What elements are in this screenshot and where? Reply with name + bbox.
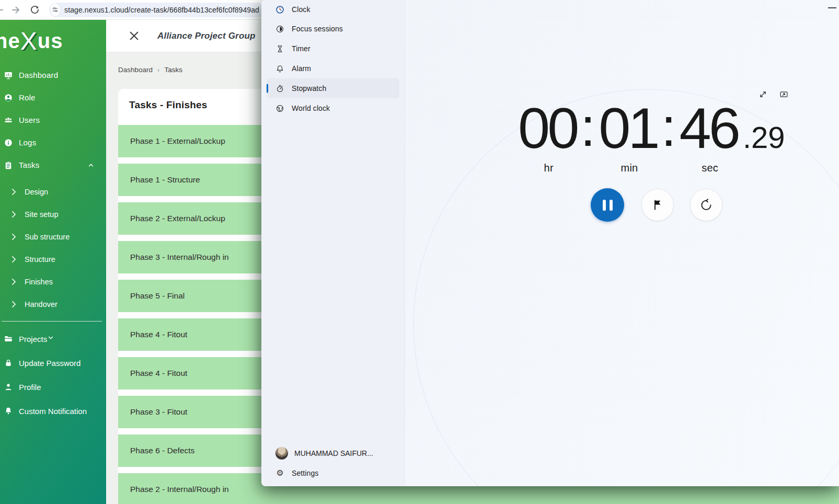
clock-nav-world-clock[interactable]: World clock [267, 98, 399, 118]
dashboard-icon [4, 71, 13, 80]
chevron-right-icon [12, 256, 16, 263]
keep-on-top-icon[interactable] [779, 90, 788, 99]
bell-icon [4, 406, 13, 416]
clock-user-account[interactable]: MUHAMMAD SAIFUR... [267, 443, 399, 463]
chevron-up-icon [87, 162, 95, 169]
breadcrumb-dashboard[interactable]: Dashboard [118, 66, 153, 74]
role-icon [4, 93, 13, 102]
sidebar-item-logs[interactable]: Logs [0, 131, 106, 154]
timer-hourglass-icon [275, 44, 284, 53]
tasks-submenu: Design Site setup Sub structure Structur… [0, 180, 106, 315]
unit-label-hr: hr [518, 162, 579, 174]
sidebar-item-label: Tasks [19, 161, 39, 169]
profile-icon [4, 382, 13, 392]
alarm-bell-icon [275, 64, 284, 73]
sidebar-subitem-design[interactable]: Design [0, 180, 106, 203]
reset-icon [699, 198, 713, 212]
breadcrumb: Dashboard › Tasks [118, 65, 182, 74]
lap-flag-button[interactable] [641, 189, 674, 221]
breadcrumb-tasks[interactable]: Tasks [164, 66, 182, 74]
clock-nav-alarm[interactable]: Alarm [267, 59, 399, 78]
clock-nav-timer[interactable]: Timer [267, 39, 399, 59]
url-bar[interactable]: stage.nexus1.cloud/create-task/668fb44b1… [49, 3, 265, 17]
flag-icon [651, 198, 664, 212]
world-clock-icon [275, 104, 284, 113]
breadcrumb-separator: › [157, 66, 159, 74]
minimize-button[interactable] [828, 7, 836, 8]
lock-icon [4, 358, 13, 368]
stopwatch-time: 00 : 01 : 46 .29 hr min sec [518, 99, 785, 174]
time-separator: : [579, 100, 599, 154]
nexus-logo[interactable]: neXus [0, 20, 106, 64]
stopwatch-hours: 00 [518, 99, 579, 157]
pause-button[interactable] [591, 188, 624, 222]
logo-x-mark: X [20, 27, 38, 55]
chevron-right-icon [12, 301, 16, 308]
sidebar-subitem-finishes[interactable]: Finishes [0, 270, 106, 293]
sidebar-item-label: Dashboard [19, 71, 58, 79]
clock-nav-stopwatch[interactable]: Stopwatch [267, 78, 399, 98]
tasks-icon [4, 161, 13, 170]
sidebar-item-label: Logs [19, 138, 36, 147]
clock-nav-focus-sessions[interactable]: Focus sessions [267, 19, 399, 39]
pause-icon [603, 200, 613, 211]
sidebar-item-custom-notification[interactable]: Custom Notification [0, 399, 106, 423]
sidebar-item-label: Role [19, 93, 36, 102]
clock-nav-settings[interactable]: ⚙ Settings [267, 463, 399, 483]
sidebar-subitem-site-setup[interactable]: Site setup [0, 203, 106, 225]
projects-icon [4, 334, 13, 343]
stopwatch-icon [275, 84, 284, 93]
gear-icon: ⚙ [275, 469, 284, 478]
focus-sessions-icon [275, 25, 284, 33]
reload-icon[interactable] [27, 3, 42, 17]
sidebar-subitem-handover[interactable]: Handover [0, 293, 106, 315]
stopwatch-fraction: .29 [741, 122, 785, 153]
stopwatch-seconds: 46 [680, 99, 741, 157]
chevron-right-icon [12, 211, 16, 218]
sidebar-subitem-sub-structure[interactable]: Sub structure [0, 225, 106, 248]
user-name: MUHAMMAD SAIFUR... [294, 449, 373, 457]
sidebar-subitem-structure[interactable]: Structure [0, 248, 106, 270]
chevron-right-icon [12, 233, 16, 240]
logs-icon [4, 138, 13, 147]
clock-app-title: Clock [267, 0, 399, 19]
users-icon [4, 116, 13, 125]
sidebar-item-role[interactable]: Role [0, 86, 106, 109]
unit-label-min: min [599, 162, 660, 174]
back-icon[interactable] [0, 9, 3, 10]
app-sidebar: neXus Dashboard Role Users Logs [0, 20, 106, 504]
stopwatch-panel: 00 : 01 : 46 .29 hr min sec [405, 0, 839, 486]
sidebar-item-dashboard[interactable]: Dashboard [0, 64, 106, 86]
clock-app-icon [275, 5, 284, 14]
nav-bottom: MUHAMMAD SAIFUR... ⚙ Settings [261, 443, 405, 486]
user-avatar [275, 447, 288, 460]
clock-nav-pane: Clock Focus sessions Timer Alarm [261, 0, 405, 486]
sidebar-item-label: Users [19, 116, 40, 124]
reset-button[interactable] [690, 189, 722, 221]
url-text: stage.nexus1.cloud/create-task/668fb44b1… [64, 6, 259, 14]
sidebar-item-users[interactable]: Users [0, 109, 106, 131]
time-separator: : [660, 100, 680, 154]
stopwatch-toolbar [758, 90, 788, 99]
unit-label-sec: sec [680, 162, 741, 174]
stopwatch-minutes: 01 [599, 99, 660, 157]
sidebar-item-projects[interactable]: Projects [0, 327, 106, 351]
clock-app-window: Clock Focus sessions Timer Alarm [261, 0, 839, 486]
chevron-down-icon [47, 334, 54, 343]
sidebar-item-profile[interactable]: Profile [0, 375, 106, 399]
sidebar-item-tasks[interactable]: Tasks [0, 154, 106, 176]
sidebar-divider [2, 321, 102, 322]
nav-spacer [261, 118, 405, 443]
chevron-right-icon [12, 188, 16, 196]
stopwatch-controls [591, 188, 722, 222]
chevron-right-icon [12, 278, 16, 285]
site-settings-icon[interactable] [51, 4, 60, 16]
forward-icon[interactable] [8, 3, 23, 17]
sidebar-item-update-password[interactable]: Update Password [0, 351, 106, 375]
modal-title: Alliance Project Group [157, 31, 256, 41]
close-icon[interactable] [127, 29, 141, 43]
screen: stage.nexus1.cloud/create-task/668fb44b1… [0, 0, 839, 504]
expand-icon[interactable] [758, 90, 767, 99]
